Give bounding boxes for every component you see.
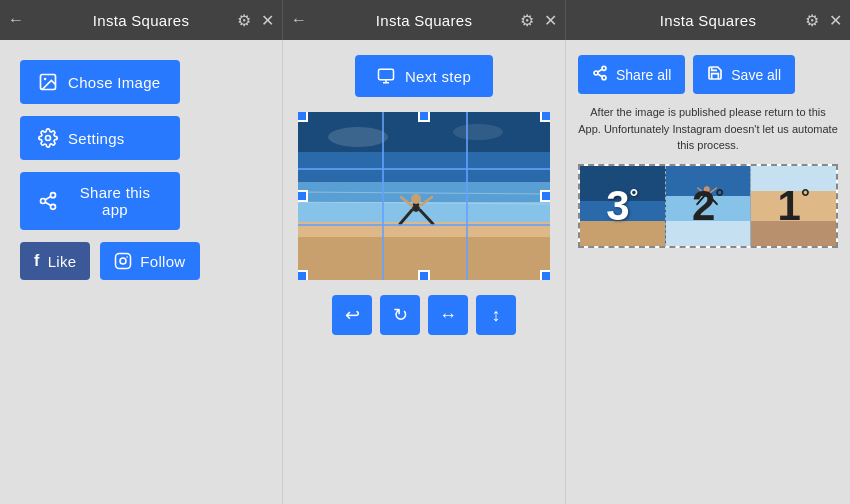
follow-button[interactable]: Follow — [100, 242, 199, 280]
left-topbar: ← Insta Squares ⚙ ✕ — [0, 0, 283, 40]
photo-background — [298, 112, 550, 280]
handle-bottom-right[interactable] — [540, 270, 550, 280]
svg-point-21 — [453, 124, 503, 140]
next-step-button[interactable]: Next step — [355, 55, 493, 97]
like-label: Like — [48, 253, 77, 270]
flip-v-icon: ↕ — [492, 305, 501, 326]
left-topbar-title: Insta Squares — [93, 12, 189, 29]
middle-topbar-title: Insta Squares — [376, 12, 472, 29]
handle-top-right[interactable] — [540, 112, 550, 122]
next-step-label: Next step — [405, 68, 471, 85]
left-topbar-actions: ⚙ ✕ — [237, 11, 274, 30]
top-bars: ← Insta Squares ⚙ ✕ ← Insta Squares ⚙ ✕ … — [0, 0, 850, 40]
save-all-button[interactable]: Save all — [693, 55, 795, 94]
svg-point-25 — [411, 194, 421, 204]
settings-button[interactable]: Settings — [20, 116, 180, 160]
tool-buttons: ↩ ↻ ↔ ↕ — [332, 295, 516, 335]
svg-line-7 — [45, 196, 51, 199]
svg-line-33 — [598, 74, 603, 77]
preview-cell-2: 2° — [666, 166, 752, 246]
like-button[interactable]: f Like — [20, 242, 90, 280]
flip-vertical-button[interactable]: ↕ — [476, 295, 516, 335]
close-icon-middle[interactable]: ✕ — [544, 11, 557, 30]
close-icon-left[interactable]: ✕ — [261, 11, 274, 30]
chose-image-button[interactable]: Chose Image — [20, 60, 180, 104]
svg-point-1 — [44, 78, 47, 81]
back-icon[interactable]: ← — [8, 11, 24, 29]
preview-cell-3: 3° — [580, 166, 666, 246]
settings-icon-middle[interactable]: ⚙ — [520, 11, 534, 30]
settings-label: Settings — [68, 130, 125, 147]
info-text: After the image is published please retu… — [578, 104, 838, 154]
svg-point-20 — [328, 127, 388, 147]
middle-topbar-back[interactable]: ← — [291, 11, 307, 29]
flip-h-icon: ↔ — [439, 305, 457, 326]
instagram-icon — [114, 252, 132, 270]
settings-icon-right[interactable]: ⚙ — [805, 11, 819, 30]
handle-bottom-left[interactable] — [298, 270, 308, 280]
flip-horizontal-button[interactable]: ↔ — [428, 295, 468, 335]
svg-rect-19 — [298, 222, 550, 237]
svg-point-9 — [120, 258, 126, 264]
handle-top-mid[interactable] — [418, 112, 430, 122]
svg-point-3 — [51, 193, 56, 198]
main-content: Chose Image Settings Shar — [0, 40, 850, 504]
back-icon-middle[interactable]: ← — [291, 11, 307, 29]
svg-rect-11 — [378, 69, 393, 80]
gear-icon — [38, 128, 58, 148]
left-topbar-back[interactable]: ← — [8, 11, 24, 29]
svg-point-30 — [602, 66, 606, 70]
follow-label: Follow — [140, 253, 185, 270]
right-panel: Share all Save all After the image is pu… — [566, 40, 850, 504]
preview-number-1: 1° — [778, 182, 810, 230]
preview-cell-1: 1° — [751, 166, 836, 246]
image-container — [298, 112, 550, 280]
svg-point-5 — [51, 204, 56, 209]
rotate-left-icon: ↩ — [345, 304, 360, 326]
svg-line-34 — [598, 69, 603, 72]
left-panel: Chose Image Settings Shar — [0, 40, 283, 504]
middle-panel: Next step — [283, 40, 566, 504]
facebook-icon: f — [34, 252, 40, 270]
save-all-icon — [707, 65, 723, 84]
settings-icon-left[interactable]: ⚙ — [237, 11, 251, 30]
share-app-button[interactable]: Share this app — [20, 172, 180, 230]
share-icon — [38, 191, 58, 211]
image-icon — [38, 72, 58, 92]
share-all-icon — [592, 65, 608, 84]
preview-grid: 3° 2° — [578, 164, 838, 248]
middle-topbar-actions: ⚙ ✕ — [520, 11, 557, 30]
svg-line-6 — [45, 202, 51, 205]
right-topbar-title: Insta Squares — [660, 12, 756, 29]
right-topbar-actions: ⚙ ✕ — [805, 11, 842, 30]
right-top-buttons: Share all Save all — [578, 55, 838, 94]
handle-left-mid[interactable] — [298, 190, 308, 202]
next-step-icon — [377, 67, 395, 85]
handle-top-left[interactable] — [298, 112, 308, 122]
preview-number-2: 2° — [692, 182, 724, 230]
svg-point-32 — [602, 76, 606, 80]
save-all-label: Save all — [731, 67, 781, 83]
rotate-left-button[interactable]: ↩ — [332, 295, 372, 335]
handle-bottom-mid[interactable] — [418, 270, 430, 280]
svg-rect-17 — [298, 202, 550, 222]
svg-point-4 — [41, 199, 46, 204]
svg-point-31 — [594, 71, 598, 75]
close-icon-right[interactable]: ✕ — [829, 11, 842, 30]
handle-right-mid[interactable] — [540, 190, 550, 202]
svg-point-2 — [46, 136, 51, 141]
rotate-right-icon: ↻ — [393, 304, 408, 326]
chose-image-label: Chose Image — [68, 74, 161, 91]
svg-point-10 — [127, 256, 129, 258]
middle-topbar: ← Insta Squares ⚙ ✕ — [283, 0, 566, 40]
share-app-label: Share this app — [68, 184, 162, 218]
share-all-label: Share all — [616, 67, 671, 83]
preview-number-3: 3° — [606, 182, 638, 230]
svg-rect-8 — [116, 254, 131, 269]
rotate-right-button[interactable]: ↻ — [380, 295, 420, 335]
share-all-button[interactable]: Share all — [578, 55, 685, 94]
right-topbar: Insta Squares ⚙ ✕ — [566, 0, 850, 40]
social-row: f Like Follow — [20, 242, 262, 280]
